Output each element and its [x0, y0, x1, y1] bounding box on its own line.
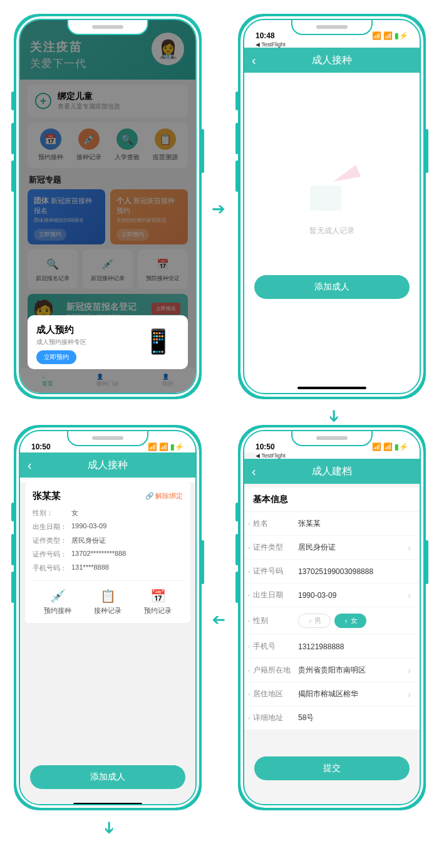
- field-label: 出生日期: [253, 590, 298, 600]
- wifi-icon: 📶: [383, 442, 393, 451]
- field-value: 137025199003098888: [298, 567, 411, 576]
- popup-button[interactable]: 立即预约: [36, 350, 76, 364]
- form-row-cert-type[interactable]: 证件类型居民身份证›: [244, 536, 420, 560]
- home-indicator[interactable]: [297, 387, 366, 389]
- add-adult-button[interactable]: 添加成人: [254, 275, 410, 299]
- flow-arrow-down-icon: ➔: [100, 821, 119, 835]
- testflight-label: ◀ TestFlight: [256, 41, 420, 48]
- calendar-icon: 📅: [144, 588, 172, 604]
- info-label: 性别：: [33, 508, 71, 518]
- info-row-cert-type: 证件类型：居民身份证: [33, 536, 183, 545]
- field-label: 姓名: [253, 518, 298, 529]
- section-title: 基本信息: [244, 488, 420, 512]
- person-name: 张某某: [33, 490, 61, 502]
- page-header: ‹ 成人接种: [20, 452, 195, 478]
- info-row-cert-no: 证件号码：13702*********888: [33, 550, 183, 559]
- battery-icon: ▮⚡: [395, 442, 408, 451]
- field-label: 证件类型: [253, 542, 298, 553]
- form-row-name[interactable]: 姓名张某某: [244, 512, 420, 536]
- info-label: 证件类型：: [33, 536, 71, 545]
- male-icon: ♂: [307, 617, 312, 625]
- info-label: 出生日期：: [33, 522, 71, 531]
- info-value: 13702*********888: [71, 550, 126, 559]
- phone-illustration: 📱: [143, 328, 173, 355]
- signal-icon: 📶: [148, 442, 157, 451]
- form-row-addr[interactable]: 详细地址58号: [244, 706, 420, 730]
- status-time: 10:48: [256, 31, 275, 40]
- basic-info-section: 基本信息 姓名张某某 证件类型居民身份证› 证件号码13702519900309…: [244, 488, 420, 730]
- signal-icon: 📶: [372, 442, 381, 451]
- form-row-phone[interactable]: 手机号13121988888: [244, 635, 420, 659]
- info-value: 131****8888: [71, 563, 109, 573]
- action-appointment[interactable]: 💉预约接种: [44, 588, 71, 615]
- field-value: 13121988888: [298, 642, 411, 651]
- home-indicator[interactable]: [73, 803, 142, 805]
- signal-icon: 📶: [372, 31, 381, 40]
- field-label: 手机号: [253, 641, 298, 652]
- list-icon: 📋: [94, 588, 121, 604]
- battery-icon: ▮⚡: [395, 31, 408, 40]
- info-row-birth: 出生日期：1990-03-09: [33, 522, 183, 531]
- phone-screen-1-home: 关注疫苗 关爱下一代 👩‍⚕️ + 绑定儿童 查看儿童专属疫苗信息 📅预约接种 …: [14, 14, 202, 399]
- form-row-birth[interactable]: 出生日期1990-03-09›: [244, 583, 420, 607]
- field-value: 1990-03-09: [298, 591, 408, 600]
- chevron-right-icon: ›: [408, 543, 411, 553]
- info-value: 女: [71, 508, 78, 518]
- field-label: 性别: [253, 615, 298, 626]
- empty-illustration: [304, 160, 360, 217]
- action-label: 预约记录: [144, 607, 172, 614]
- back-icon[interactable]: ‹: [28, 458, 32, 473]
- info-label: 手机号码：: [33, 563, 71, 573]
- phone-screen-2-empty: 10:48 📶 📶 ▮⚡ ◀ TestFlight ‹ 成人接种 暂无成人记录 …: [238, 14, 426, 399]
- page-title: 成人接种: [312, 54, 352, 67]
- status-icons: 📶 📶 ▮⚡: [148, 442, 184, 451]
- status-time: 10:50: [256, 442, 275, 451]
- field-label: 户籍所在地: [253, 665, 298, 676]
- info-row-gender: 性别：女: [33, 508, 183, 518]
- page-header: ‹ 成人接种: [244, 48, 420, 73]
- back-icon[interactable]: ‹: [252, 464, 256, 479]
- female-icon: ♀: [343, 617, 348, 625]
- gender-female-button[interactable]: ♀女: [334, 614, 366, 628]
- phone-screen-3-form: 10:50 📶 📶 ▮⚡ ◀ TestFlight ‹ 成人建档 基本信息 姓名…: [238, 425, 426, 810]
- wifi-icon: 📶: [159, 442, 168, 451]
- action-history[interactable]: 📅预约记录: [144, 588, 172, 615]
- field-value: 58号: [298, 713, 411, 723]
- chevron-right-icon: ›: [408, 666, 411, 676]
- form-row-huji[interactable]: 户籍所在地贵州省贵阳市南明区›: [244, 659, 420, 682]
- adult-appointment-popup[interactable]: 成人预约 成人预约接种专区 立即预约 📱: [28, 315, 188, 369]
- info-label: 证件号码：: [33, 550, 71, 559]
- battery-icon: ▮⚡: [170, 442, 184, 451]
- flow-arrow-right-icon: ➔: [212, 199, 225, 219]
- unbind-button[interactable]: 🔗解除绑定: [145, 491, 183, 501]
- field-value: 张某某: [298, 518, 411, 529]
- form-row-gender: 性别 ♂男 ♀女: [244, 607, 420, 635]
- syringe-icon: 💉: [44, 588, 71, 604]
- gender-male-button[interactable]: ♂男: [298, 614, 331, 628]
- page-title: 成人接种: [88, 459, 128, 472]
- field-label: 详细地址: [253, 713, 298, 723]
- action-label: 预约接种: [44, 607, 71, 614]
- chevron-right-icon: ›: [408, 590, 411, 600]
- flow-arrow-left-icon: ➔: [212, 610, 225, 630]
- phone-screen-4-detail: 10:50 📶 📶 ▮⚡ ‹ 成人接种 张某某 🔗解除绑定 性别：女 出生日期：…: [14, 425, 202, 810]
- page-title: 成人建档: [312, 465, 352, 478]
- field-value: 居民身份证: [298, 542, 408, 553]
- flow-arrow-down-icon: ➔: [324, 409, 344, 423]
- submit-button[interactable]: 提交: [254, 756, 410, 780]
- field-value: 贵州省贵阳市南明区: [298, 665, 408, 676]
- person-card: 张某某 🔗解除绑定 性别：女 出生日期：1990-03-09 证件类型：居民身份…: [25, 483, 190, 623]
- back-icon[interactable]: ‹: [252, 53, 256, 68]
- field-label: 居住地区: [253, 689, 298, 699]
- add-adult-button[interactable]: 添加成人: [30, 765, 185, 789]
- chevron-right-icon: ›: [408, 689, 411, 699]
- info-value: 居民身份证: [71, 536, 106, 545]
- status-icons: 📶 📶 ▮⚡: [372, 31, 408, 40]
- form-row-cert-no[interactable]: 证件号码137025199003098888: [244, 560, 420, 583]
- page-header: ‹ 成人建档: [244, 459, 420, 484]
- form-row-juzhu[interactable]: 居住地区揭阳市榕城区榕华›: [244, 682, 420, 706]
- action-label: 接种记录: [94, 607, 121, 614]
- wifi-icon: 📶: [383, 31, 393, 40]
- field-label: 证件号码: [253, 566, 298, 577]
- action-record[interactable]: 📋接种记录: [94, 588, 121, 615]
